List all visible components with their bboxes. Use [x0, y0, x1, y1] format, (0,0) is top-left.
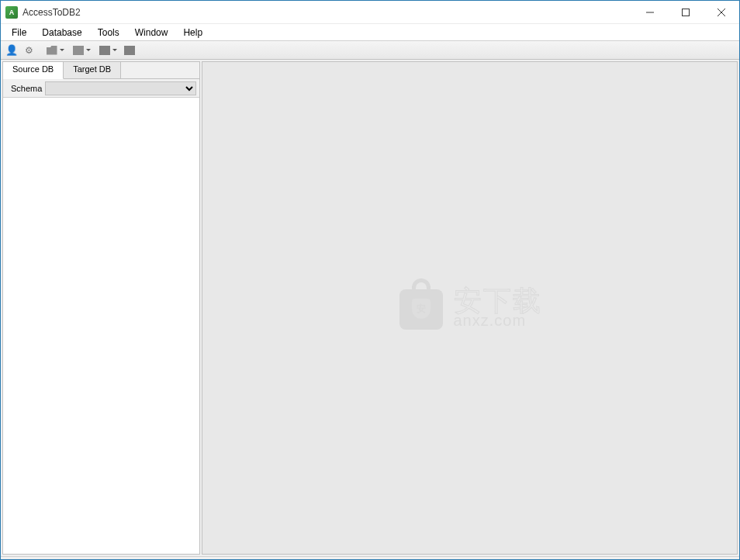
main-area: Source DB Target DB Schema 安 安下载 anxz.co…	[1, 60, 739, 556]
menu-database[interactable]: Database	[34, 26, 89, 40]
schema-tree[interactable]	[3, 98, 199, 554]
watermark-text: 安下载 anxz.com	[454, 287, 542, 330]
watermark-bag-icon: 安	[398, 285, 444, 331]
chevron-down-icon	[112, 49, 117, 51]
config-icon: ⚙	[25, 45, 33, 56]
content-area: 安 安下载 anxz.com	[202, 61, 738, 555]
chevron-down-icon	[60, 49, 64, 51]
menu-help[interactable]: Help	[175, 26, 210, 40]
menu-window[interactable]: Window	[127, 26, 176, 40]
app-title: AccessToDB2	[22, 7, 632, 18]
export-icon	[73, 46, 84, 55]
watermark-cn: 安下载	[454, 287, 542, 315]
maximize-button[interactable]	[668, 1, 704, 23]
schema-label: Schema	[6, 84, 42, 93]
menubar: File Database Tools Window Help	[1, 24, 739, 41]
close-button[interactable]	[704, 1, 739, 23]
menu-file[interactable]: File	[4, 26, 34, 40]
toolbar-task-dropdown[interactable]	[95, 43, 120, 58]
titlebar: A AccessToDB2	[1, 1, 739, 24]
toolbar: 👤 ⚙	[1, 41, 739, 60]
task-icon	[99, 46, 110, 55]
app-icon: A	[5, 6, 18, 19]
minimize-button[interactable]	[632, 1, 668, 23]
run-icon	[124, 46, 135, 55]
schema-row: Schema	[3, 79, 199, 98]
window-controls	[632, 1, 739, 23]
folder-icon	[47, 46, 57, 55]
toolbar-config-button[interactable]: ⚙	[21, 43, 36, 58]
watermark: 安 安下载 anxz.com	[398, 285, 542, 331]
left-panel: Source DB Target DB Schema	[2, 61, 200, 555]
toolbar-user-button[interactable]: 👤	[4, 43, 19, 58]
svg-rect-1	[683, 9, 690, 16]
watermark-en: anxz.com	[454, 312, 542, 330]
watermark-shield-icon: 安	[412, 299, 431, 319]
menu-tools[interactable]: Tools	[90, 26, 127, 40]
tab-target-db[interactable]: Target DB	[64, 62, 121, 78]
statusbar	[1, 556, 739, 559]
tab-source-db[interactable]: Source DB	[3, 62, 64, 79]
user-icon: 👤	[5, 44, 18, 56]
toolbar-export-dropdown[interactable]	[69, 43, 94, 58]
chevron-down-icon	[86, 49, 91, 51]
toolbar-run-button[interactable]	[122, 43, 137, 58]
schema-select[interactable]	[45, 81, 196, 95]
db-tabs: Source DB Target DB	[3, 62, 199, 79]
toolbar-import-dropdown[interactable]	[43, 43, 67, 58]
